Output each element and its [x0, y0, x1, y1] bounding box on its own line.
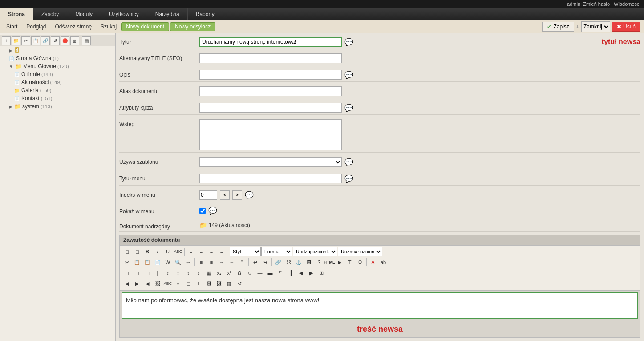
tb-unlink[interactable]: ⛓: [284, 257, 293, 267]
tb-table[interactable]: ▦: [204, 268, 214, 278]
nav-strona[interactable]: Strona: [0, 8, 33, 20]
input-menu-title[interactable]: [199, 174, 342, 183]
tb-undo[interactable]: ↩: [250, 257, 260, 267]
btn-index-dec[interactable]: <: [220, 190, 230, 200]
tb-r3-8[interactable]: ↕: [194, 268, 203, 278]
tb-redo[interactable]: ↪: [260, 257, 270, 267]
sidebar-item-kontakt[interactable]: 📄 Kontakt (151): [0, 94, 115, 102]
tb-r4-8[interactable]: T: [194, 279, 203, 288]
tb-select-format[interactable]: Format: [261, 247, 292, 256]
sidebar-btn-1[interactable]: +: [2, 36, 11, 45]
tb-open[interactable]: ◻: [132, 247, 142, 256]
sidebar-btn-5[interactable]: 🔗: [41, 36, 50, 45]
checkbox-show-menu[interactable]: [199, 208, 206, 214]
comment-icon-template[interactable]: 💬: [344, 158, 353, 166]
tb-r3-10[interactable]: ◀: [296, 268, 306, 278]
tb-r4-11[interactable]: ▦: [224, 279, 234, 288]
tb-r4-9[interactable]: 🖼: [204, 279, 214, 288]
input-link-attrs[interactable]: [199, 103, 342, 113]
btn-save[interactable]: ✔ Zapisz: [542, 22, 574, 32]
tb-r3-9[interactable]: ▐: [286, 268, 296, 278]
comment-icon-link-attrs[interactable]: 💬: [344, 104, 353, 112]
tb-fg-color[interactable]: A: [368, 257, 378, 267]
tb-select-fontsize[interactable]: Rozmiar czcion ▾: [338, 247, 382, 256]
tb-link[interactable]: 🔗: [273, 257, 283, 267]
tb-r3-2[interactable]: ◻: [132, 268, 142, 278]
tb-copy[interactable]: 📋: [132, 257, 142, 267]
tb-cut[interactable]: ✂: [122, 257, 132, 267]
sidebar-btn-2[interactable]: 📁: [12, 36, 20, 45]
btn-new-doc[interactable]: Nowy dokument: [121, 22, 169, 31]
tb-align-justify[interactable]: ≡: [217, 247, 227, 256]
nav-uzytkownicy[interactable]: Użytkownicy: [101, 8, 147, 20]
tb-r4-5[interactable]: ABC: [163, 279, 173, 288]
tb-indent[interactable]: →: [217, 257, 227, 267]
tb-outdent[interactable]: ←: [227, 257, 237, 267]
tb-r3-4[interactable]: |: [153, 268, 162, 278]
tb-r3-11[interactable]: ▶: [306, 268, 316, 278]
sidebar-item-system[interactable]: ▶ 📁 system (113): [0, 102, 115, 110]
btn-index-inc[interactable]: >: [232, 190, 242, 200]
tb-align-left[interactable]: ≡: [186, 247, 196, 256]
close-select[interactable]: Zamknij: [581, 21, 610, 32]
input-alias[interactable]: [199, 86, 342, 96]
tb-list-ol[interactable]: ≡: [207, 257, 216, 267]
tb-pagebreak[interactable]: ▬: [265, 268, 275, 278]
tb-blockquote[interactable]: ": [237, 257, 247, 267]
tb-bold[interactable]: B: [142, 247, 152, 256]
tb-italic[interactable]: I: [153, 247, 162, 256]
tb-bg-color[interactable]: ab: [378, 257, 388, 267]
input-description[interactable]: [199, 70, 342, 80]
btn-search[interactable]: Szukaj: [96, 23, 121, 31]
input-alt-title[interactable]: [199, 53, 342, 63]
comment-icon-menu-title[interactable]: 💬: [344, 175, 353, 183]
tb-r3-12[interactable]: ⊞: [316, 268, 326, 278]
tb-symbol[interactable]: Ω: [235, 268, 244, 278]
tb-align-right[interactable]: ≡: [207, 247, 216, 256]
comment-icon-description[interactable]: 💬: [344, 71, 353, 79]
sidebar-item-aktualnosci[interactable]: 📄 Aktualności (149): [0, 78, 115, 86]
tb-r3-6[interactable]: ↕: [173, 268, 183, 278]
tb-r4-6[interactable]: A: [173, 279, 183, 288]
tb-paste-text[interactable]: 📄: [153, 257, 162, 267]
tb-image[interactable]: 🖼: [304, 257, 314, 267]
tb-list-ul[interactable]: ≡: [196, 257, 206, 267]
tb-align-center[interactable]: ≡: [196, 247, 206, 256]
nav-zasoby[interactable]: Zasoby: [33, 8, 67, 20]
tb-find[interactable]: 🔍: [173, 257, 183, 267]
tb-r4-12[interactable]: ↺: [235, 279, 244, 288]
sidebar-item-menu-glowne[interactable]: ▼ 📁 Menu Główne (120): [0, 62, 115, 70]
btn-delete[interactable]: ✖ Usuń: [612, 22, 640, 32]
tb-r4-7[interactable]: ◻: [183, 279, 193, 288]
tb-sub[interactable]: x₂: [214, 268, 224, 278]
select-template[interactable]: [199, 157, 342, 167]
tb-template[interactable]: T: [345, 257, 355, 267]
tb-r3-7[interactable]: ↕: [183, 268, 193, 278]
input-intro[interactable]: [199, 119, 342, 150]
tb-anchor[interactable]: ⚓: [294, 257, 304, 267]
tb-r3-5[interactable]: ↕: [163, 268, 173, 278]
tb-r4-2[interactable]: ▶: [132, 279, 142, 288]
sidebar-item-strona-glowna[interactable]: 📄 Strona Główna (1): [0, 54, 115, 62]
tb-r4-1[interactable]: ◀: [122, 279, 132, 288]
tb-help[interactable]: ?: [314, 257, 324, 267]
sidebar-btn-7[interactable]: ⛔: [61, 36, 69, 45]
tb-underline[interactable]: U: [163, 247, 173, 256]
sidebar-item-galeria[interactable]: 📁 Galeria (150): [0, 86, 115, 94]
sidebar-item-o-firmie[interactable]: 📄 O firmie (148): [0, 70, 115, 78]
tb-smiley[interactable]: ☺: [245, 268, 255, 278]
editor-content[interactable]: Miło nam poinformować, że właśnie dostęp…: [122, 292, 638, 319]
tb-r4-3[interactable]: ◀: [142, 279, 152, 288]
input-menu-index[interactable]: [199, 190, 217, 200]
input-title[interactable]: [199, 37, 342, 47]
sidebar-btn-8[interactable]: 🗑: [70, 36, 79, 45]
tb-new[interactable]: ◻: [122, 247, 132, 256]
tb-sup[interactable]: x²: [224, 268, 234, 278]
btn-preview[interactable]: Podgląd: [22, 23, 50, 31]
tb-nonbreak[interactable]: ¶: [275, 268, 285, 278]
tb-strikethrough[interactable]: ABC: [173, 247, 183, 256]
tb-hr[interactable]: —: [255, 268, 265, 278]
nav-narzedzia[interactable]: Narzędzia: [147, 8, 188, 20]
tb-paste-word[interactable]: W: [163, 257, 173, 267]
tb-paste[interactable]: 📋: [142, 257, 152, 267]
